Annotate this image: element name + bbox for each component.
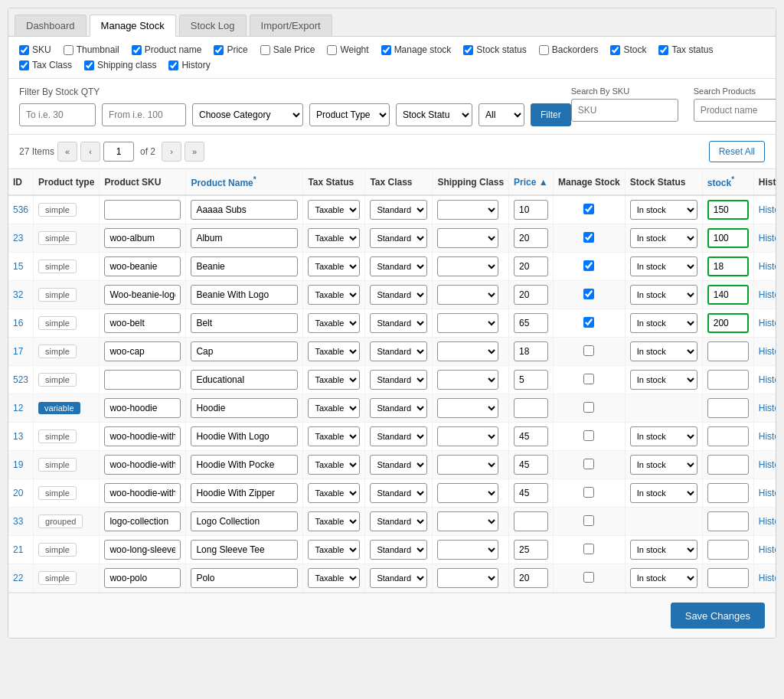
reset-all-button[interactable]: Reset All (709, 141, 765, 162)
col-option-stock-status[interactable]: Stock status (463, 44, 526, 55)
id-link[interactable]: 22 (13, 573, 23, 583)
shipping-select[interactable] (437, 568, 498, 588)
sku-input[interactable] (104, 313, 181, 333)
col-option-stock[interactable]: Stock (610, 44, 646, 55)
save-changes-button[interactable]: Save Changes (671, 603, 765, 629)
name-input[interactable] (191, 568, 298, 588)
sku-input[interactable] (104, 455, 181, 475)
name-input[interactable] (191, 341, 298, 361)
col-option-backorders[interactable]: Backorders (539, 44, 599, 55)
stock-status-select-cell[interactable]: In stockOut of stock (630, 341, 697, 361)
col-option-thumbnail[interactable]: Thumbnail (64, 44, 119, 55)
tax-status-select[interactable]: Taxable (308, 483, 360, 503)
shipping-select[interactable] (437, 483, 498, 503)
history-link[interactable]: History (759, 346, 776, 357)
shipping-select[interactable] (437, 511, 498, 531)
shipping-select[interactable] (437, 455, 498, 475)
stock-status-select-cell[interactable]: In stockOut of stock (630, 313, 697, 333)
col-option-weight[interactable]: Weight (327, 44, 368, 55)
sku-input[interactable] (104, 370, 181, 390)
price-input[interactable] (514, 455, 548, 475)
tax-status-select[interactable]: Taxable (308, 540, 360, 560)
price-input[interactable] (514, 256, 548, 276)
stock-status-select-cell[interactable]: In stockOut of stock (630, 228, 697, 248)
col-option-history[interactable]: History (168, 60, 210, 70)
search-sku-input[interactable] (571, 99, 678, 122)
page-prev-btn[interactable]: ‹ (80, 142, 100, 162)
id-link[interactable]: 536 (13, 204, 28, 215)
manage-stock-checkbox[interactable] (583, 544, 594, 554)
tax-class-select[interactable]: Standard (370, 341, 427, 361)
name-input[interactable] (191, 200, 298, 220)
history-link[interactable]: History (759, 431, 776, 442)
manage-stock-checkbox[interactable] (583, 289, 594, 299)
shipping-select[interactable] (437, 285, 498, 305)
tax-class-select[interactable]: Standard (370, 540, 427, 560)
th-name[interactable]: Product Name* (186, 169, 303, 195)
col-option-product-name[interactable]: Product name (132, 44, 202, 55)
manage-stock-checkbox[interactable] (583, 402, 594, 413)
tax-status-select[interactable]: Taxable (308, 341, 360, 361)
id-link[interactable]: 20 (13, 488, 23, 498)
manage-stock-checkbox[interactable] (583, 572, 594, 583)
stock-input[interactable] (707, 483, 749, 503)
history-link[interactable]: History (759, 573, 776, 583)
tax-class-select[interactable]: Standard (370, 426, 427, 446)
history-link[interactable]: History (759, 318, 776, 328)
tax-class-select[interactable]: Standard (370, 370, 427, 390)
col-option-price[interactable]: Price (214, 44, 247, 55)
price-input[interactable] (514, 398, 548, 418)
col-option-sale-price[interactable]: Sale Price (260, 44, 315, 55)
stock-status-select-cell[interactable]: In stockOut of stock (630, 483, 697, 503)
id-link[interactable]: 19 (13, 459, 23, 470)
stock-input[interactable] (707, 341, 749, 361)
tax-class-select[interactable]: Standard (370, 455, 427, 475)
price-input[interactable] (514, 370, 548, 390)
name-input[interactable] (191, 398, 298, 418)
shipping-select[interactable] (437, 256, 498, 276)
name-input[interactable] (191, 256, 298, 276)
stock-input[interactable] (707, 540, 749, 560)
name-input[interactable] (191, 455, 298, 475)
tax-class-select[interactable]: Standard (370, 256, 427, 276)
price-input[interactable] (514, 540, 548, 560)
price-input[interactable] (514, 426, 548, 446)
tax-class-select[interactable]: Standard (370, 228, 427, 248)
name-input[interactable] (191, 285, 298, 305)
shipping-select[interactable] (437, 540, 498, 560)
price-input[interactable] (514, 313, 548, 333)
all-select[interactable]: All Published Draft (479, 103, 524, 126)
filter-button[interactable]: Filter (531, 103, 571, 126)
stock-input[interactable] (707, 370, 749, 390)
shipping-select[interactable] (437, 313, 498, 333)
tab-dashboard[interactable]: Dashboard (15, 15, 87, 36)
id-link[interactable]: 17 (13, 346, 23, 357)
id-link[interactable]: 16 (13, 318, 23, 328)
history-link[interactable]: History (759, 233, 776, 243)
name-input[interactable] (191, 540, 298, 560)
shipping-select[interactable] (437, 228, 498, 248)
name-input[interactable] (191, 483, 298, 503)
th-price[interactable]: Price ▲ (509, 169, 554, 195)
name-input[interactable] (191, 313, 298, 333)
stock-status-select-cell[interactable]: In stockOut of stock (630, 568, 697, 588)
history-link[interactable]: History (759, 488, 776, 498)
name-input[interactable] (191, 228, 298, 248)
history-link[interactable]: History (759, 403, 776, 413)
id-link[interactable]: 15 (13, 261, 23, 272)
tax-status-select[interactable]: Taxable (308, 370, 360, 390)
manage-stock-checkbox[interactable] (583, 459, 594, 469)
tax-class-select[interactable]: Standard (370, 568, 427, 588)
history-link[interactable]: History (759, 544, 776, 555)
manage-stock-checkbox[interactable] (583, 260, 594, 271)
shipping-select[interactable] (437, 200, 498, 220)
history-link[interactable]: History (759, 459, 776, 470)
id-link[interactable]: 13 (13, 431, 23, 442)
col-option-sku[interactable]: SKU (19, 44, 51, 55)
id-link[interactable]: 32 (13, 289, 23, 300)
col-option-tax-status[interactable]: Tax status (658, 44, 713, 55)
tax-class-select[interactable]: Standard (370, 483, 427, 503)
col-option-shipping-class[interactable]: Shipping class (84, 60, 156, 70)
history-link[interactable]: History (759, 289, 776, 300)
tax-status-select[interactable]: Taxable (308, 398, 360, 418)
